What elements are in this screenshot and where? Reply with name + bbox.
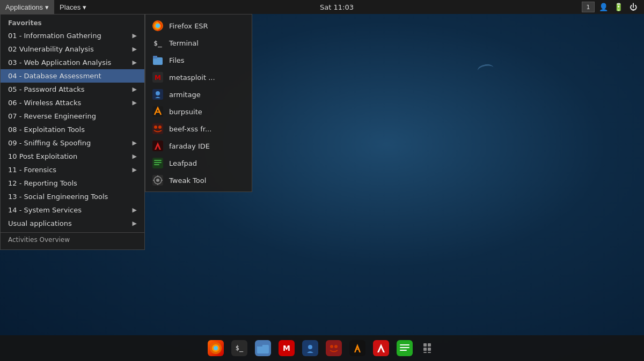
- menu-item-09[interactable]: 09 - Sniffing & Spoofing ▶: [1, 136, 144, 150]
- dock-beef[interactable]: [323, 337, 345, 359]
- menu-item-03-label: 03 - Web Application Analysis: [8, 58, 111, 67]
- burpsuite-icon: [152, 106, 164, 117]
- menu-item-06[interactable]: 06 - Wireless Attacks ▶: [1, 96, 144, 109]
- svg-point-32: [334, 345, 338, 348]
- menu-item-01[interactable]: 01 - Information Gathering ▶: [1, 29, 144, 42]
- menu-item-10-arrow: ▶: [133, 153, 137, 160]
- svg-rect-39: [428, 348, 431, 351]
- svg-point-30: [308, 345, 312, 349]
- fav-files-label: Files: [169, 56, 185, 64]
- places-menu-button[interactable]: Places ▾: [54, 0, 92, 14]
- menu-item-11[interactable]: 11 - Forensics ▶: [1, 163, 144, 176]
- menu-item-05[interactable]: 05 - Password Attacks ▶: [1, 83, 144, 96]
- menu-item-11-arrow: ▶: [133, 166, 137, 173]
- activities-overview-button[interactable]: Activities Overview: [1, 232, 144, 247]
- menu-item-08[interactable]: 08 - Exploitation Tools: [1, 123, 144, 136]
- power-icon[interactable]: ⏻: [627, 2, 640, 12]
- fav-item-beef[interactable]: beef-xss fr...: [145, 120, 252, 137]
- armitage-icon: [152, 89, 164, 100]
- menu-item-14-label: 14 - System Services: [8, 206, 82, 214]
- user-icon[interactable]: 👤: [597, 2, 610, 12]
- applications-arrow: ▾: [45, 3, 49, 11]
- menu-item-07[interactable]: 07 - Reverse Engineering: [1, 109, 144, 123]
- dock-armitage[interactable]: [299, 337, 321, 359]
- svg-rect-29: [257, 344, 262, 347]
- menu-item-02[interactable]: 02 Vulnerability Analysis ▶: [1, 42, 144, 56]
- dock-leafpad[interactable]: [393, 337, 416, 359]
- svg-point-20: [156, 179, 159, 182]
- svg-rect-41: [428, 352, 431, 353]
- dock-armitage-icon: [302, 340, 318, 356]
- dock-burp-icon: [349, 340, 365, 356]
- svg-rect-3: [153, 57, 163, 65]
- favorites-submenu: Firefox ESR $_ Terminal Files M metasplo…: [145, 14, 252, 192]
- applications-menu-button[interactable]: Applications ▾: [0, 0, 54, 14]
- dock-terminal[interactable]: $_: [228, 337, 251, 359]
- taskbar-top-right: 1 👤 🔋 ⏻: [582, 2, 644, 12]
- menu-item-10[interactable]: 10 Post Exploitation ▶: [1, 150, 144, 163]
- menu-item-08-label: 08 - Exploitation Tools: [8, 126, 85, 134]
- menu-item-03[interactable]: 03 - Web Application Analysis ▶: [1, 56, 144, 69]
- fav-item-burpsuite[interactable]: burpsuite: [145, 103, 252, 120]
- places-arrow: ▾: [83, 3, 86, 11]
- menu-item-14-arrow: ▶: [133, 207, 137, 213]
- fav-armitage-label: armitage: [169, 91, 201, 99]
- svg-point-31: [330, 345, 333, 348]
- terminal-icon: $_: [152, 37, 164, 49]
- menu-item-09-arrow: ▶: [133, 139, 137, 146]
- faraday-icon: [152, 140, 164, 152]
- tweak-icon: [152, 174, 164, 186]
- menu-item-01-arrow: ▶: [133, 32, 137, 39]
- menu-item-usual[interactable]: Usual applications ▶: [1, 217, 144, 230]
- clock-display: Sat 11:03: [92, 3, 582, 11]
- dock-files[interactable]: [252, 337, 274, 359]
- svg-text:M: M: [155, 74, 161, 82]
- workspace-indicator[interactable]: 1: [582, 2, 595, 12]
- fav-terminal-label: Terminal: [169, 39, 199, 47]
- menu-item-07-label: 07 - Reverse Engineering: [8, 112, 96, 120]
- menu-item-04-label: 04 - Database Assessment: [8, 72, 101, 80]
- menu-item-14[interactable]: 14 - System Services ▶: [1, 203, 144, 217]
- svg-rect-15: [154, 160, 162, 161]
- svg-rect-37: [428, 343, 431, 347]
- dock-firefox[interactable]: [204, 337, 227, 359]
- svg-point-2: [156, 24, 160, 28]
- svg-rect-34: [400, 347, 409, 348]
- dock-grid-icon: [420, 340, 436, 356]
- menu-item-12[interactable]: 12 - Reporting Tools: [1, 176, 144, 190]
- menu-item-04[interactable]: 04 - Database Assessment: [1, 69, 144, 83]
- workspace-number: 1: [587, 4, 590, 11]
- clock-text: Sat 11:03: [320, 3, 354, 11]
- svg-rect-16: [154, 162, 162, 163]
- menu-item-10-label: 10 Post Exploitation: [8, 152, 77, 160]
- dock-firefox-icon: [208, 340, 224, 356]
- menu-item-02-arrow: ▶: [133, 46, 137, 53]
- fav-item-terminal[interactable]: $_ Terminal: [145, 34, 252, 51]
- menu-item-09-label: 09 - Sniffing & Spoofing: [8, 139, 91, 147]
- fav-item-metasploit[interactable]: M metasploit ...: [145, 69, 252, 86]
- menu-item-13[interactable]: 13 - Social Engineering Tools: [1, 190, 144, 203]
- fav-item-firefox[interactable]: Firefox ESR: [145, 17, 252, 34]
- dock-leafpad-icon: [397, 340, 413, 356]
- menu-item-usual-label: Usual applications: [8, 219, 72, 227]
- metasploit-icon: M: [152, 71, 164, 83]
- fav-item-leafpad[interactable]: Leafpad: [145, 154, 252, 172]
- leafpad-icon: [152, 157, 164, 169]
- fav-metasploit-label: metasploit ...: [169, 73, 215, 82]
- fav-item-faraday[interactable]: faraday IDE: [145, 137, 252, 154]
- fav-item-tweak[interactable]: Tweak Tool: [145, 172, 252, 189]
- menu-item-05-arrow: ▶: [133, 86, 137, 93]
- dock-burp[interactable]: [346, 337, 369, 359]
- dock-metasploit[interactable]: M: [275, 337, 298, 359]
- menu-item-13-label: 13 - Social Engineering Tools: [8, 193, 108, 201]
- dock-files-icon: [255, 340, 271, 356]
- places-label: Places: [60, 3, 80, 11]
- fav-faraday-label: faraday IDE: [169, 142, 210, 150]
- fav-item-armitage[interactable]: armitage: [145, 86, 252, 103]
- dock-terminal-icon: $_: [231, 340, 247, 356]
- svg-point-27: [214, 346, 218, 350]
- dock-grid[interactable]: [417, 337, 440, 359]
- fav-item-files[interactable]: Files: [145, 51, 252, 69]
- system-icon[interactable]: 🔋: [612, 2, 625, 12]
- dock-faraday[interactable]: [370, 337, 392, 359]
